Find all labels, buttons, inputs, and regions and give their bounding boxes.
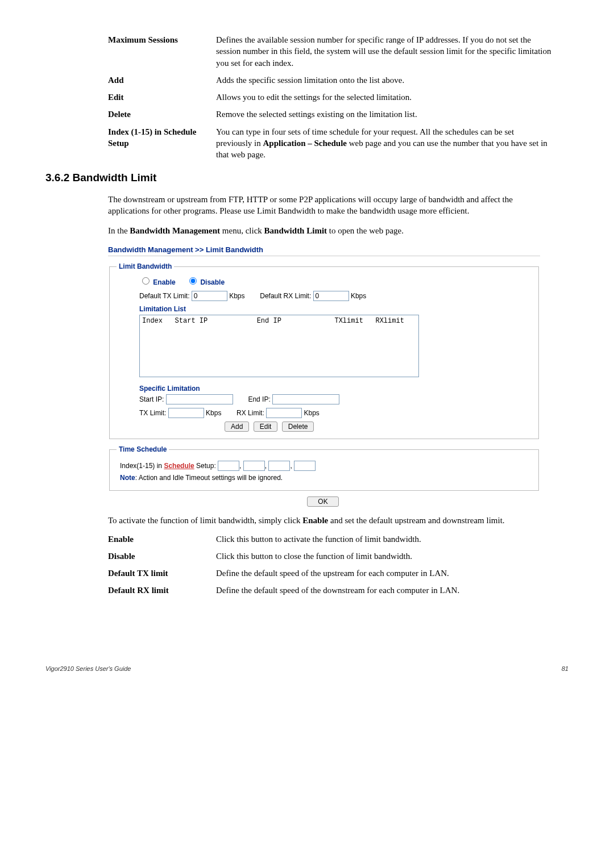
disable-label: Disable <box>200 278 225 286</box>
text: and set the default upstream and downstr… <box>328 516 504 525</box>
footer-left: Vigor2910 Series User's Guide <box>45 665 131 673</box>
def-row: Add Adds the specific session limitation… <box>108 74 569 86</box>
def-row: Maximum Sessions Defines the available s… <box>108 34 569 69</box>
default-rx-label: Default RX Limit: <box>260 292 311 300</box>
delete-button[interactable]: Delete <box>282 422 314 432</box>
panel-breadcrumb: Bandwidth Management >> Limit Bandwidth <box>108 245 569 255</box>
default-limits-row: Default TX Limit: Kbps Default RX Limit:… <box>139 291 532 301</box>
def-desc: Remove the selected settings existing on… <box>216 108 569 120</box>
note-text: : Action and Idle Timeout settings will … <box>135 474 283 482</box>
def-term-text: Index (1-15) in Schedule Setup <box>108 127 196 148</box>
note-label: Note <box>120 474 135 482</box>
text: to open the web page. <box>327 226 404 235</box>
kbps-label: Kbps <box>351 292 366 300</box>
def-term: Enable <box>108 533 216 545</box>
disable-option[interactable]: Disable <box>186 278 225 286</box>
bold-text: Bandwidth Limit <box>264 226 327 235</box>
end-ip-label: End IP: <box>248 395 270 403</box>
text: menu, click <box>220 226 264 235</box>
def-desc: You can type in four sets of time schedu… <box>216 126 569 161</box>
def-term: Maximum Sessions <box>108 34 216 69</box>
limitation-list-heading: Limitation List <box>139 304 532 314</box>
def-row: Disable Click this button to close the f… <box>108 550 569 562</box>
start-ip-input[interactable] <box>166 394 233 404</box>
ok-row: OK <box>108 496 540 507</box>
def-term: Edit <box>108 91 216 103</box>
schedule-index-3[interactable] <box>268 461 290 471</box>
def-desc: Defines the available session number for… <box>216 34 569 69</box>
def-row: Delete Remove the selected settings exis… <box>108 108 569 120</box>
note-row: Note: Action and Idle Timeout settings w… <box>120 473 528 482</box>
schedule-index-1[interactable] <box>218 461 239 471</box>
specific-limitation-heading: Specific Limitation <box>139 384 532 393</box>
definitions-bottom: Enable Click this button to activate the… <box>108 533 569 596</box>
schedule-link[interactable]: Schedule <box>164 462 194 470</box>
text: In the <box>108 226 130 235</box>
enable-label: Enable <box>153 278 175 286</box>
def-term: Add <box>108 74 216 86</box>
def-desc: Click this button to activate the functi… <box>216 533 569 545</box>
kbps-label: Kbps <box>304 409 319 417</box>
def-desc: Define the default speed of the downstre… <box>216 585 569 596</box>
list-header-row: Index Start IP End IP TXlimit RXlimit <box>142 317 404 325</box>
def-desc: Click this button to close the function … <box>216 550 569 562</box>
def-term: Delete <box>108 108 216 120</box>
enable-option[interactable]: Enable <box>139 278 176 286</box>
index-setup-pre: Index(1-15) in <box>120 462 164 470</box>
bold-text: Bandwidth Management <box>130 226 220 235</box>
definitions-top: Maximum Sessions Defines the available s… <box>108 34 569 160</box>
limit-bandwidth-legend: Limit Bandwidth <box>117 262 174 271</box>
ip-row: Start IP: End IP: <box>139 394 532 404</box>
start-ip-label: Start IP: <box>139 395 164 403</box>
add-button[interactable]: Add <box>225 422 249 432</box>
section-heading: 3.6.2 Bandwidth Limit <box>45 170 569 185</box>
time-schedule-fieldset: Time Schedule Index(1-15) in Schedule Se… <box>109 445 539 491</box>
ok-button[interactable]: OK <box>307 496 338 507</box>
disable-radio[interactable] <box>189 277 197 285</box>
paragraph: To activate the function of limit bandwi… <box>108 515 551 526</box>
kbps-label: Kbps <box>206 409 221 417</box>
config-panel: Limit Bandwidth Enable Disable Default T… <box>108 262 540 507</box>
time-schedule-legend: Time Schedule <box>117 445 169 454</box>
schedule-index-2[interactable] <box>243 461 265 471</box>
enable-disable-row: Enable Disable <box>139 276 532 287</box>
edit-button[interactable]: Edit <box>254 422 278 432</box>
limit-row: TX Limit: Kbps RX Limit: Kbps <box>139 408 532 418</box>
bold-text: Enable <box>302 516 328 525</box>
footer-page-number: 81 <box>562 665 569 673</box>
def-row: Index (1-15) in Schedule Setup You can t… <box>108 126 569 161</box>
rx-limit-input[interactable] <box>266 408 302 418</box>
tx-limit-label: TX Limit: <box>139 409 166 417</box>
divider <box>108 256 540 256</box>
def-row: Default RX limit Define the default spee… <box>108 585 569 596</box>
default-tx-input[interactable] <box>192 291 227 301</box>
def-desc: Adds the specific session limitation ont… <box>216 74 569 86</box>
def-term: Default RX limit <box>108 585 216 596</box>
limit-bandwidth-fieldset: Limit Bandwidth Enable Disable Default T… <box>109 262 539 439</box>
def-row: Enable Click this button to activate the… <box>108 533 569 545</box>
schedule-index-4[interactable] <box>294 461 316 471</box>
enable-radio[interactable] <box>142 277 150 285</box>
def-term: Disable <box>108 550 216 562</box>
default-rx-input[interactable] <box>313 291 349 301</box>
def-row: Default TX limit Define the default spee… <box>108 567 569 579</box>
index-setup-post: Setup: <box>194 462 216 470</box>
paragraph: In the Bandwidth Management menu, click … <box>108 225 551 236</box>
page-footer: Vigor2910 Series User's Guide 81 <box>45 665 569 673</box>
limitation-list-box[interactable]: Index Start IP End IP TXlimit RXlimit <box>139 315 419 377</box>
def-row: Edit Allows you to edit the settings for… <box>108 91 569 103</box>
rx-limit-label: RX Limit: <box>237 409 264 417</box>
end-ip-input[interactable] <box>272 394 339 404</box>
def-term: Index (1-15) in Schedule Setup <box>108 126 216 161</box>
default-tx-label: Default TX Limit: <box>139 292 189 300</box>
tx-limit-input[interactable] <box>168 408 204 418</box>
def-desc: Define the default speed of the upstream… <box>216 567 569 579</box>
paragraph: The downstream or upstream from FTP, HTT… <box>108 194 551 217</box>
button-row: Add Edit Delete <box>225 422 532 432</box>
text: To activate the function of limit bandwi… <box>108 516 302 525</box>
def-desc: Allows you to edit the settings for the … <box>216 91 569 103</box>
kbps-label: Kbps <box>229 292 244 300</box>
def-term: Default TX limit <box>108 567 216 579</box>
